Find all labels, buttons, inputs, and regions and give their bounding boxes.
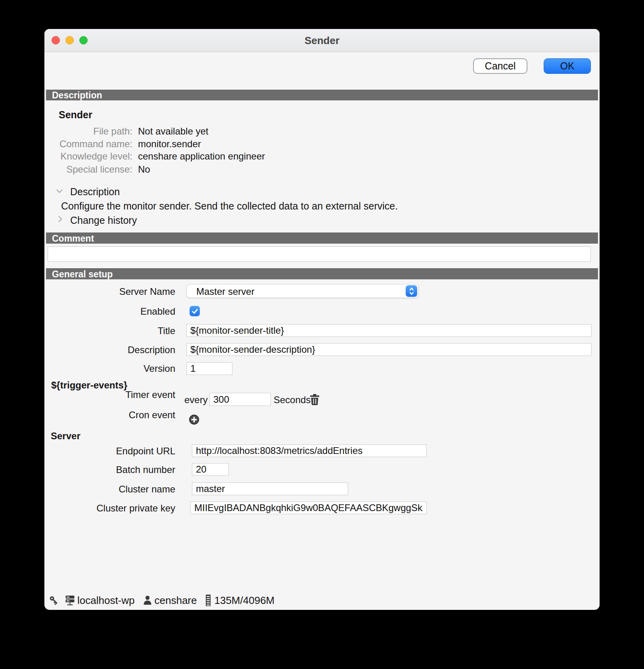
cluster-private-key-label: Cluster private key — [44, 503, 175, 513]
key-icon — [48, 595, 59, 606]
cluster-private-key-input[interactable] — [190, 502, 427, 514]
cancel-button[interactable]: Cancel — [473, 58, 527, 74]
command-name-heading: Sender — [59, 110, 92, 120]
timer-event-label: Timer event — [44, 390, 175, 400]
change-history-toggle[interactable]: Change history — [70, 215, 137, 225]
select-stepper-icon[interactable] — [406, 285, 417, 297]
version-input[interactable] — [186, 362, 232, 375]
checkmark-icon — [191, 308, 199, 315]
memory-usage: 135M/4096M — [214, 594, 274, 607]
chevron-right-icon[interactable] — [58, 215, 63, 223]
trigger-events-heading: ${trigger-events} — [51, 380, 127, 390]
command-name-value: monitor.sender — [138, 139, 201, 149]
endpoint-url-input[interactable] — [192, 444, 427, 457]
cluster-name-input[interactable] — [192, 483, 348, 495]
host-name: localhost-wp — [77, 594, 135, 607]
file-path-value: Not available yet — [138, 126, 208, 136]
batch-number-input[interactable] — [192, 463, 229, 476]
window-title: Sender — [44, 35, 600, 47]
enabled-label: Enabled — [44, 306, 175, 317]
description-toggle[interactable]: Description — [70, 186, 120, 197]
knowledge-level-value: censhare application engineer — [138, 151, 265, 161]
title-bar: Sender — [44, 29, 600, 52]
chevron-down-icon[interactable] — [56, 189, 63, 194]
cron-event-label: Cron event — [44, 410, 175, 420]
title-input[interactable] — [186, 324, 592, 337]
ok-button[interactable]: OK — [544, 58, 591, 74]
comment-section-header: Comment — [46, 233, 598, 244]
timer-event-prefix: every — [184, 395, 208, 405]
server-heading: Server — [51, 431, 80, 441]
description-text: Configure the monitor sender. Send the c… — [61, 201, 398, 211]
timer-interval-input[interactable] — [209, 393, 271, 406]
sender-dialog-window: Sender Cancel OK Description Sender File… — [44, 29, 600, 610]
memory-icon — [205, 594, 212, 607]
knowledge-level-label: Knowledge level: — [44, 151, 132, 161]
special-license-value: No — [138, 164, 150, 175]
status-bar: localhost-wp censhare 135M/4096M — [48, 593, 277, 607]
delete-timer-event-icon[interactable] — [309, 394, 320, 406]
server-name-select[interactable]: Master server — [186, 284, 419, 298]
special-license-label: Special license: — [44, 164, 132, 175]
title-label: Title — [44, 326, 175, 336]
version-label: Version — [44, 363, 175, 374]
endpoint-url-label: Endpoint URL — [44, 446, 175, 456]
batch-number-label: Batch number — [44, 465, 175, 475]
add-cron-event-icon[interactable] — [189, 414, 199, 425]
general-setup-section-header: General setup — [46, 268, 598, 279]
user-icon — [143, 595, 152, 606]
file-path-label: File path: — [44, 126, 132, 136]
command-name-label: Command name: — [44, 139, 132, 149]
user-name: censhare — [155, 594, 197, 607]
server-host-icon — [65, 595, 75, 606]
server-name-selected-value: Master server — [196, 286, 255, 297]
description-field-label: Description — [44, 345, 175, 355]
server-name-label: Server Name — [44, 286, 175, 297]
timer-event-unit: Seconds — [274, 395, 310, 405]
comment-input[interactable] — [48, 246, 591, 261]
description-input[interactable] — [186, 343, 592, 356]
enabled-checkbox[interactable] — [190, 306, 200, 316]
description-section-header: Description — [46, 90, 598, 100]
cluster-name-label: Cluster name — [44, 484, 175, 494]
